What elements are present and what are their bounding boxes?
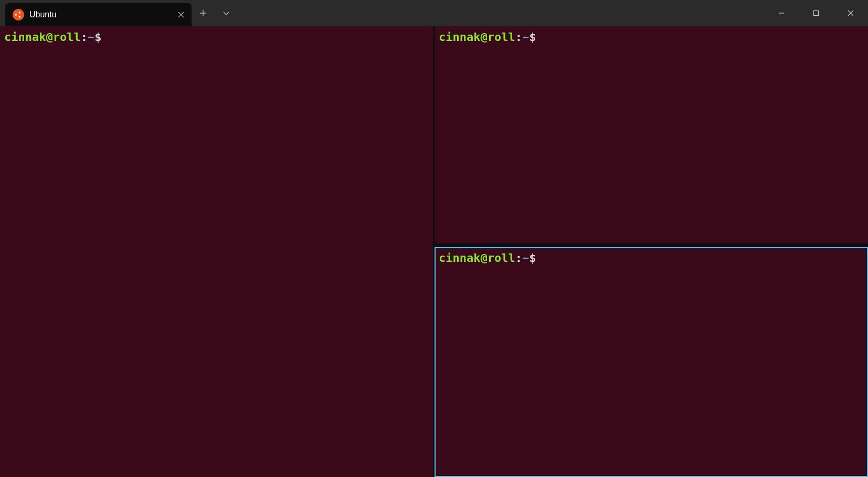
tab-dropdown-button[interactable] [215,2,238,25]
prompt-user-host: cinnak@roll [439,251,515,264]
terminal-panes: cinnak@roll:~$ cinnak@roll:~$ cinnak@rol… [0,26,868,477]
prompt-colon: : [515,30,522,44]
pane-right-column: cinnak@roll:~$ cinnak@roll:~$ [435,26,868,477]
titlebar: Ubuntu [0,0,868,26]
ubuntu-icon [13,9,24,20]
terminal-pane-top-right[interactable]: cinnak@roll:~$ [435,26,868,243]
prompt-path: ~ [88,30,94,44]
prompt-symbol: $ [529,30,536,44]
prompt-symbol: $ [94,30,101,44]
prompt-path: ~ [522,251,529,264]
terminal-pane-bottom-right-active[interactable]: cinnak@roll:~$ [435,247,868,477]
svg-rect-3 [814,11,819,16]
minimize-button[interactable] [764,0,799,26]
maximize-button[interactable] [799,0,833,26]
terminal-pane-left[interactable]: cinnak@roll:~$ [0,26,435,477]
svg-point-0 [15,14,17,16]
prompt-path: ~ [522,30,529,44]
prompt-line: cinnak@roll:~$ [439,251,864,264]
prompt-user-host: cinnak@roll [439,30,515,44]
tab-close-button[interactable] [176,9,186,20]
prompt-colon: : [515,251,522,264]
prompt-line: cinnak@roll:~$ [4,30,429,44]
svg-point-2 [19,16,21,18]
new-tab-button[interactable] [192,2,215,25]
prompt-line: cinnak@roll:~$ [439,30,864,44]
prompt-symbol: $ [529,251,536,264]
horizontal-pane-divider[interactable] [435,243,868,247]
svg-point-1 [19,12,21,14]
titlebar-left: Ubuntu [0,0,238,26]
window-controls [764,0,868,26]
tab-label: Ubuntu [29,10,171,19]
tab-ubuntu[interactable]: Ubuntu [5,3,192,26]
prompt-colon: : [81,30,88,44]
close-button[interactable] [833,0,868,26]
prompt-user-host: cinnak@roll [4,30,81,44]
